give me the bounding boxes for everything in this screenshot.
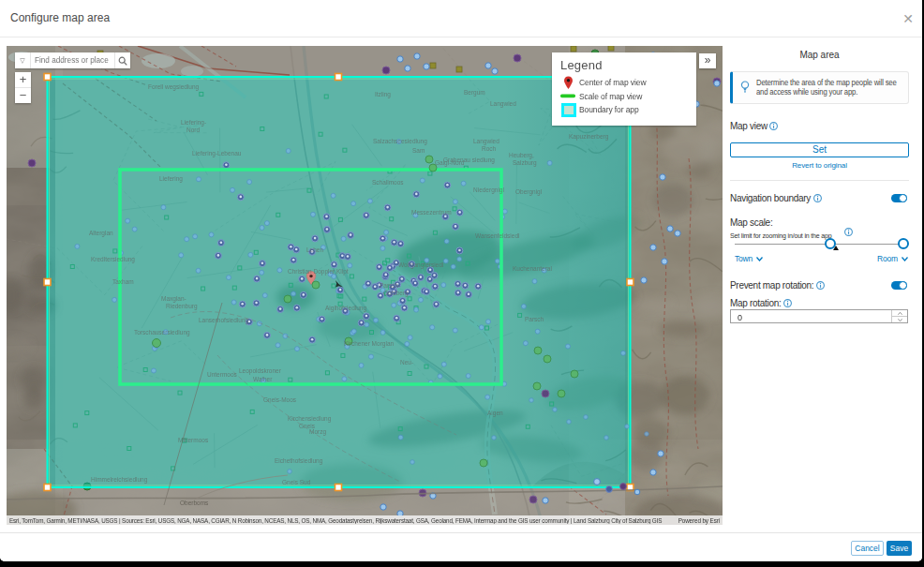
svg-text:Gaigl-Nord: Gaigl-Nord	[435, 159, 465, 167]
svg-text:Parsch: Parsch	[525, 316, 544, 322]
svg-text:Neu-: Neu-	[400, 359, 413, 366]
svg-text:Kredltersiedlung: Kredltersiedlung	[91, 256, 135, 263]
svg-text:Salzburg: Salzburg	[513, 159, 537, 167]
svg-text:Aiglhofsiedlung: Aiglhofsiedlung	[325, 305, 366, 312]
svg-text:Aigen: Aigen	[487, 410, 503, 417]
svg-text:Oberboms: Oberboms	[180, 500, 209, 506]
svg-text:Maxglan-: Maxglan-	[161, 295, 186, 303]
svg-text:Lehen: Lehen	[306, 246, 323, 253]
svg-text:Untermoos: Untermoos	[207, 371, 238, 378]
svg-text:Christian Doppler Klipt: Christian Doppler Klipt	[288, 268, 349, 276]
svg-text:Kapuzinerberg: Kapuzinerberg	[569, 133, 609, 141]
svg-text:Wolfgangtersiedl: Wolfgangtersiedl	[398, 261, 444, 269]
svg-text:Sam: Sam	[412, 147, 425, 154]
svg-text:Schallmoos: Schallmoos	[372, 179, 404, 186]
svg-text:Alterglan: Alterglan	[89, 230, 113, 237]
svg-text:Mittermoos: Mittermoos	[178, 437, 209, 443]
svg-text:Langwied: Langwied	[490, 100, 516, 108]
svg-text:Obergnigl: Obergnigl	[515, 188, 543, 196]
svg-text:Nord: Nord	[186, 127, 200, 133]
svg-text:Kirchener Morglan: Kirchener Morglan	[344, 340, 394, 348]
svg-text:Eichethofsiedlung: Eichethofsiedlung	[275, 457, 323, 465]
svg-text:Roch: Roch	[482, 145, 497, 152]
svg-text:Gneis-Moos: Gneis-Moos	[263, 396, 297, 403]
svg-text:Itzling: Itzling	[375, 91, 391, 98]
svg-text:Messezentrum: Messezentrum	[411, 209, 452, 216]
svg-text:Wansenfeldsiedl: Wansenfeldsiedl	[475, 232, 520, 239]
svg-text:Himmelreichsiedlung: Himmelreichsiedlung	[91, 476, 148, 484]
svg-text:Bergum: Bergum	[464, 89, 485, 97]
svg-text:Kuchenanteral: Kuchenanteral	[513, 265, 552, 272]
svg-text:Forell wegsiedlung: Forell wegsiedlung	[148, 83, 200, 91]
svg-text:Taxham: Taxham	[112, 278, 134, 285]
svg-text:Heuberg,: Heuberg,	[509, 152, 534, 159]
svg-text:Liefering-: Liefering-	[181, 119, 206, 127]
svg-text:Langwied: Langwied	[473, 138, 499, 145]
svg-text:Gneis Sud: Gneis Sud	[282, 479, 311, 485]
svg-text:Morzg: Morzg	[309, 428, 326, 436]
svg-text:Kirchensiedlung: Kirchensiedlung	[288, 415, 332, 423]
svg-text:Liefering-Lebenau: Liefering-Lebenau	[192, 150, 242, 157]
svg-text:Niedergnigl: Niedergnigl	[473, 187, 504, 194]
svg-text:Walher: Walher	[253, 376, 273, 382]
svg-text:Liefering: Liefering	[159, 175, 183, 183]
svg-text:Torschausersiedlung: Torschausersiedlung	[134, 329, 190, 336]
svg-text:Parsch-: Parsch-	[380, 282, 400, 289]
svg-text:Salzachseesiedlung: Salzachseesiedlung	[373, 138, 427, 145]
svg-text:Riedenburg: Riedenburg	[166, 303, 198, 310]
svg-text:Gutsberg: Gutsberg	[383, 290, 409, 297]
svg-text:Leopoldskroner: Leopoldskroner	[239, 367, 282, 375]
svg-text:Gneis: Gneis	[299, 423, 316, 429]
svg-text:Lanserhofsiedlung: Lanserhofsiedlung	[199, 317, 249, 324]
